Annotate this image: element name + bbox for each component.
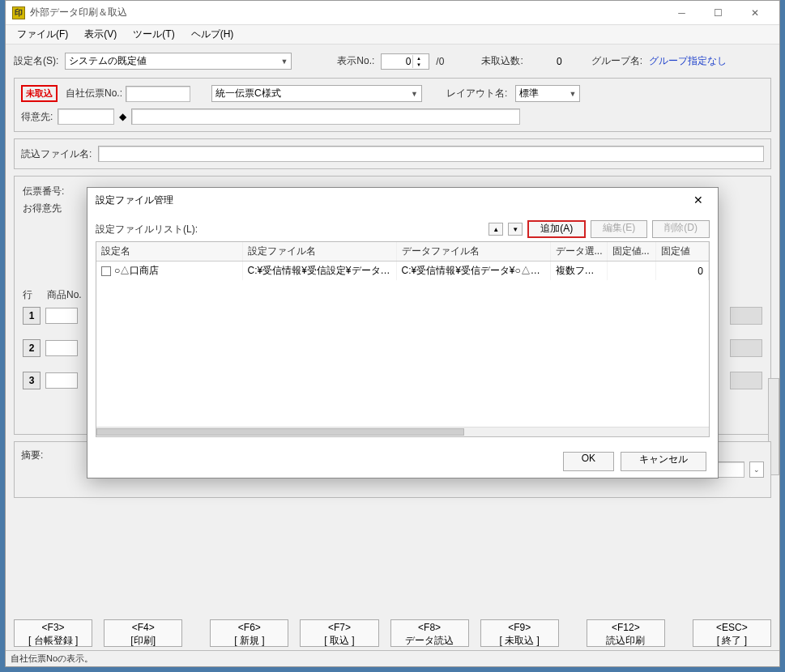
chevron-down-icon: ▼	[280, 57, 288, 66]
display-no-total: /0	[436, 56, 444, 67]
summary-label: 摘要:	[21, 449, 43, 491]
f9-button[interactable]: <F9>[ 未取込 ]	[480, 619, 559, 647]
row-number: 3	[23, 372, 41, 389]
main-window: 印 外部データ印刷＆取込 ─ ☐ ✕ ファイル(F) 表示(V) ツール(T) …	[5, 0, 780, 667]
col-data-sel[interactable]: データ選...	[550, 242, 607, 262]
unified-form-value: 統一伝票C様式	[215, 87, 281, 100]
esc-button[interactable]: <ESC>[ 終了 ]	[693, 619, 771, 647]
chevron-down-icon: ⌄	[753, 466, 760, 474]
customer-code-input[interactable]	[58, 108, 114, 125]
cancel-button[interactable]: キャンセル	[621, 452, 706, 471]
unimported-label: 未取込数:	[481, 54, 523, 68]
f3-button[interactable]: <F3>[ 台帳登録 ]	[14, 619, 92, 647]
edit-button[interactable]: 編集(E)	[591, 220, 647, 238]
grid-hscroll-thumb[interactable]	[96, 428, 464, 436]
row-checkbox[interactable]	[101, 266, 111, 276]
f4-button[interactable]: <F4>[印刷]	[104, 619, 182, 647]
chevron-down-icon: ▼	[569, 90, 576, 98]
menu-file[interactable]: ファイル(F)	[11, 25, 75, 44]
product-input[interactable]	[45, 372, 78, 389]
unified-form-combo[interactable]: 統一伝票C様式 ▼	[211, 85, 422, 102]
layout-label: レイアウト名:	[446, 87, 507, 100]
menu-help[interactable]: ヘルプ(H)	[185, 25, 241, 44]
bill-date-dropdown[interactable]: ⌄	[749, 461, 764, 478]
col-data-file[interactable]: データファイル名	[396, 242, 550, 262]
top-row: 設定名(S): システムの既定値 ▼ 表示No.: ▲▼ /0 未取込数: 0 …	[14, 53, 771, 70]
cell-fixed-c: 0	[655, 262, 709, 281]
diamond-icon: ◆	[119, 111, 126, 122]
display-no-input[interactable]	[382, 56, 412, 67]
f12-button[interactable]: <F12>読込印刷	[587, 619, 665, 647]
col-setting-name[interactable]: 設定名	[96, 242, 242, 262]
menu-tool[interactable]: ツール(T)	[126, 25, 181, 44]
app-icon: 印	[12, 6, 25, 19]
customer-label: 得意先:	[21, 110, 53, 124]
display-no-label: 表示No.:	[337, 54, 374, 68]
slip-no-label: 伝票番号:	[23, 185, 64, 198]
slip-panel: 未取込 自社伝票No.: 統一伝票C様式 ▼ レイアウト名: 標準 ▼ 得意先:	[14, 78, 771, 132]
row-stub	[730, 372, 762, 389]
titlebar: 印 外部データ印刷＆取込 ─ ☐ ✕	[6, 1, 779, 25]
f7-button[interactable]: <F7>[ 取込 ]	[300, 619, 378, 647]
unimported-value: 0	[530, 56, 562, 67]
minimize-button[interactable]: ─	[663, 2, 700, 24]
cell-name: ○△口商店	[114, 265, 159, 276]
row-stub	[730, 307, 762, 325]
maximize-button[interactable]: ☐	[700, 2, 736, 24]
col-fixed-c[interactable]: 固定値	[655, 242, 709, 262]
settings-dialog: 設定ファイル管理 ✕ 設定ファイルリスト(L): ▲ ▼ 追加(A) 編集(E)…	[87, 187, 719, 478]
nontaken-badge: 未取込	[21, 85, 58, 102]
setting-name-combo[interactable]: システムの既定値 ▼	[65, 53, 292, 70]
close-button[interactable]: ✕	[736, 2, 773, 24]
f6-button[interactable]: <F6>[ 新規 ]	[210, 619, 288, 647]
row-stub	[730, 339, 762, 357]
spin-down-icon[interactable]: ▼	[413, 62, 424, 68]
dialog-title: 設定ファイル管理	[96, 194, 687, 207]
cell-fixed-val	[607, 262, 655, 281]
grid-row[interactable]: ○△口商店 C:¥受信情報¥受信設定¥データレイア... C:¥受信情報¥受信デ…	[96, 262, 709, 281]
own-slip-label: 自社伝票No.:	[66, 87, 122, 100]
menubar: ファイル(F) 表示(V) ツール(T) ヘルプ(H)	[6, 25, 779, 45]
readfile-label: 読込ファイル名:	[21, 147, 92, 161]
layout-value: 標準	[519, 87, 539, 100]
delete-button[interactable]: 削除(D)	[652, 220, 710, 238]
window-title: 外部データ印刷＆取込	[30, 6, 663, 19]
grid-hscrollbar[interactable]	[96, 427, 709, 436]
row-number: 2	[23, 339, 41, 357]
col-setting-file[interactable]: 設定ファイル名	[242, 242, 396, 262]
f8-button[interactable]: <F8>データ読込	[390, 619, 469, 647]
sort-up-button[interactable]: ▲	[488, 223, 503, 236]
cell-data-file: C:¥受信情報¥受信データ¥○△口商...	[396, 262, 550, 281]
dialog-close-button[interactable]: ✕	[687, 190, 710, 210]
customer-name-label: お得意先	[23, 202, 62, 214]
chevron-down-icon: ▼	[411, 90, 418, 98]
settings-grid[interactable]: 設定名 設定ファイル名 データファイル名 データ選... 固定値... 固定値 …	[96, 241, 710, 437]
cell-setting-file: C:¥受信情報¥受信設定¥データレイア...	[242, 262, 396, 281]
menu-view[interactable]: 表示(V)	[78, 25, 123, 44]
add-button[interactable]: 追加(A)	[527, 220, 586, 238]
product-input[interactable]	[45, 340, 78, 356]
customer-name-input[interactable]	[131, 108, 520, 125]
product-input[interactable]	[45, 308, 78, 324]
group-label: グループ名:	[591, 54, 642, 68]
spin-up-icon[interactable]: ▲	[413, 55, 424, 62]
statusbar: 自社伝票Noの表示。	[6, 650, 779, 666]
ok-button[interactable]: OK	[563, 452, 614, 471]
readfile-panel: 読込ファイル名:	[14, 138, 771, 169]
col-fixed-val[interactable]: 固定値...	[607, 242, 655, 262]
sort-down-button[interactable]: ▼	[508, 223, 523, 236]
row-number: 1	[23, 307, 41, 325]
row-label: 行	[23, 288, 32, 302]
cell-data-sel: 複数ファ...	[550, 262, 607, 281]
group-value[interactable]: グループ指定なし	[649, 54, 727, 68]
product-label: 商品No.	[47, 288, 82, 302]
dialog-titlebar: 設定ファイル管理 ✕	[87, 188, 718, 212]
readfile-input[interactable]	[98, 146, 764, 162]
display-no-spinner[interactable]: ▲▼	[381, 53, 429, 70]
list-label: 設定ファイルリスト(L):	[96, 223, 198, 236]
own-slip-input[interactable]	[126, 86, 190, 102]
setting-name-value: システムの既定値	[69, 54, 147, 68]
setting-name-label: 設定名(S):	[14, 54, 58, 68]
layout-combo[interactable]: 標準 ▼	[515, 85, 580, 102]
